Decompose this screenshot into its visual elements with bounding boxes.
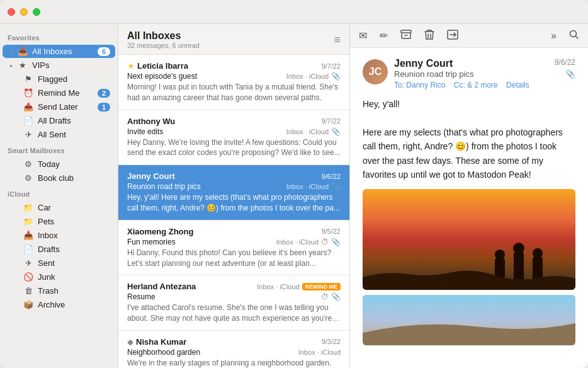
sidebar-item-pets[interactable]: 📁 Pets <box>3 215 115 228</box>
flag-icon: ⚑ <box>23 74 34 84</box>
attachment-icon: 📎 <box>331 127 341 136</box>
sidebar-item-today[interactable]: ⚙ Today <box>3 158 115 171</box>
drafts-icon: 📄 <box>23 244 34 254</box>
sidebar-item-junk[interactable]: 🚫 Junk <box>3 270 115 284</box>
sidebar-item-flagged[interactable]: ⚑ Flagged <box>3 72 115 86</box>
filter-button[interactable]: ≡ <box>334 33 341 47</box>
sidebar-item-label: All Drafts <box>38 116 110 125</box>
sidebar-item-drafts[interactable]: 📄 Drafts <box>3 243 115 256</box>
message-preview: I've attached Carol's resume. She's the … <box>127 302 341 324</box>
search-icon[interactable] <box>569 30 579 42</box>
avatar: JC <box>363 59 388 84</box>
cc-link[interactable]: & 2 more <box>467 81 498 89</box>
attachment-icon: 📎 <box>331 238 341 246</box>
message-meta: Inbox · iCloud 📎 <box>286 182 341 191</box>
detail-date: 9/6/22 <box>555 58 575 67</box>
sidebar-item-all-sent[interactable]: ✈ All Sent <box>3 128 115 141</box>
message-item[interactable]: Jenny Court 9/6/22 Reunion road trip pic… <box>118 165 349 221</box>
sidebar-item-label: Remind Me <box>38 88 94 98</box>
details-link[interactable]: Details <box>506 81 529 89</box>
body-line-1: Hey, y'all! <box>363 97 575 111</box>
compose-icon[interactable]: ✉ <box>359 30 367 42</box>
clock-icon: ⏰ <box>23 88 34 98</box>
sidebar-item-label: Archive <box>38 300 110 309</box>
mail-window: Favorites ▾ 📥 All Inboxes 6 ▸ ★ VIPs ⚑ F… <box>0 0 588 368</box>
message-from: Herland Antezana <box>127 282 196 291</box>
send-later-icon: 📤 <box>23 102 34 112</box>
detail-header: JC Jenny Court Reunion road trip pics To… <box>363 58 575 89</box>
to-label: To: <box>394 81 404 89</box>
message-inbox: Inbox · iCloud <box>298 348 341 356</box>
icloud-section-label: iCloud <box>0 185 118 200</box>
sidebar-item-trash[interactable]: 🗑 Trash <box>3 284 115 297</box>
detail-image-1 <box>363 189 575 290</box>
detail-toolbar: ✉ ✏ » <box>350 24 588 48</box>
sidebar-item-archive[interactable]: 📦 Archive <box>3 298 115 311</box>
smart-section-label: Smart Mailboxes <box>0 142 118 157</box>
message-item[interactable]: Herland Antezana Inbox · iCloud REMIND M… <box>118 275 349 331</box>
trash-icon: 🗑 <box>23 286 34 296</box>
message-subject: Invite edits <box>127 127 286 136</box>
sidebar-item-label: Inbox <box>38 231 110 240</box>
inbox-icon: 📥 <box>17 47 28 56</box>
detail-content: JC Jenny Court Reunion road trip pics To… <box>350 48 588 368</box>
message-subject: Fun memories <box>127 238 276 246</box>
sidebar-item-label: Trash <box>38 286 110 296</box>
sidebar-item-label: Send Later <box>38 102 94 112</box>
junk-icon: 🚫 <box>23 272 34 282</box>
message-list-subtitle: 32 messages, 6 unread <box>127 42 200 49</box>
move-icon[interactable] <box>447 30 458 42</box>
message-list-title-group: All Inboxes 32 messages, 6 unread <box>127 30 200 49</box>
sidebar-item-all-drafts[interactable]: 📄 All Drafts <box>3 114 115 127</box>
delete-icon[interactable] <box>424 29 434 43</box>
attachment-icon: 📎 <box>331 292 341 301</box>
sidebar-item-book-club[interactable]: ⚙ Book club <box>3 171 115 185</box>
sidebar-item-label: VIPs <box>32 60 110 70</box>
drafts-icon: 📄 <box>23 116 34 125</box>
message-date: 9/5/22 <box>321 227 341 235</box>
message-item[interactable]: ★ Leticia Ibarra 9/7/22 Next episode's g… <box>118 55 349 110</box>
sidebar-item-all-inboxes[interactable]: ▾ 📥 All Inboxes 6 <box>3 45 115 58</box>
today-icon: ⚙ <box>23 159 34 169</box>
attachment-icon: 📎 <box>331 72 341 81</box>
detail-attachment-icon: 📎 <box>565 69 575 79</box>
message-meta: ⏱ 📎 <box>321 292 341 301</box>
sidebar-item-label: All Inboxes <box>32 47 94 56</box>
sidebar-badge: 1 <box>98 103 110 112</box>
body-line-3: Here are my selects (that's what pro pho… <box>363 125 575 182</box>
sidebar-item-send-later[interactable]: 📤 Send Later 1 <box>3 100 115 113</box>
maximize-button[interactable] <box>33 8 40 16</box>
message-item[interactable]: Anthony Wu 9/7/22 Invite edits Inbox · i… <box>118 110 349 166</box>
sidebar-item-vips[interactable]: ▸ ★ VIPs <box>3 59 115 72</box>
minimize-button[interactable] <box>20 8 28 16</box>
message-item[interactable]: Xiaomeng Zhong 9/5/22 Fun memories Inbox… <box>118 221 349 276</box>
expand-icon: ▸ <box>10 62 13 69</box>
new-message-icon[interactable]: ✏ <box>380 30 388 42</box>
sidebar-item-inbox[interactable]: 📥 Inbox <box>3 229 115 242</box>
sidebar-item-remind-me[interactable]: ⏰ Remind Me 2 <box>3 86 115 100</box>
sent-icon: ✈ <box>23 258 34 268</box>
message-preview: Hey, y'all! Here are my selects (that's … <box>127 192 341 214</box>
message-subject: Next episode's guest <box>127 72 286 81</box>
main-content: Favorites ▾ 📥 All Inboxes 6 ▸ ★ VIPs ⚑ F… <box>0 24 588 368</box>
message-subject: Neighborhood garden <box>127 348 298 357</box>
message-inbox: Inbox · iCloud <box>257 283 299 290</box>
sunset-image <box>363 189 575 290</box>
diamond-icon: ◆ <box>127 337 133 347</box>
message-subject: Reunion road trip pics <box>127 182 286 191</box>
detail-body: Hey, y'all! Here are my selects (that's … <box>363 97 575 181</box>
sidebar-item-sent[interactable]: ✈ Sent <box>3 256 115 270</box>
svg-rect-0 <box>401 30 411 33</box>
sidebar-item-car[interactable]: 📁 Car <box>3 201 115 214</box>
svg-point-5 <box>495 250 505 260</box>
message-inbox: Inbox · iCloud <box>286 128 329 135</box>
svg-point-11 <box>533 248 543 258</box>
close-button[interactable] <box>8 8 15 16</box>
star-icon: ★ <box>17 60 28 70</box>
message-preview: Hey Danny, We're loving the invite! A fe… <box>127 137 341 159</box>
message-item[interactable]: ◆ Nisha Kumar 9/3/22 Neighborhood garden… <box>118 331 349 368</box>
more-icon[interactable]: » <box>551 30 557 42</box>
message-from: Leticia Ibarra <box>137 61 188 71</box>
archive-icon[interactable] <box>400 30 412 42</box>
message-meta: Inbox · iCloud 📎 <box>286 72 341 81</box>
